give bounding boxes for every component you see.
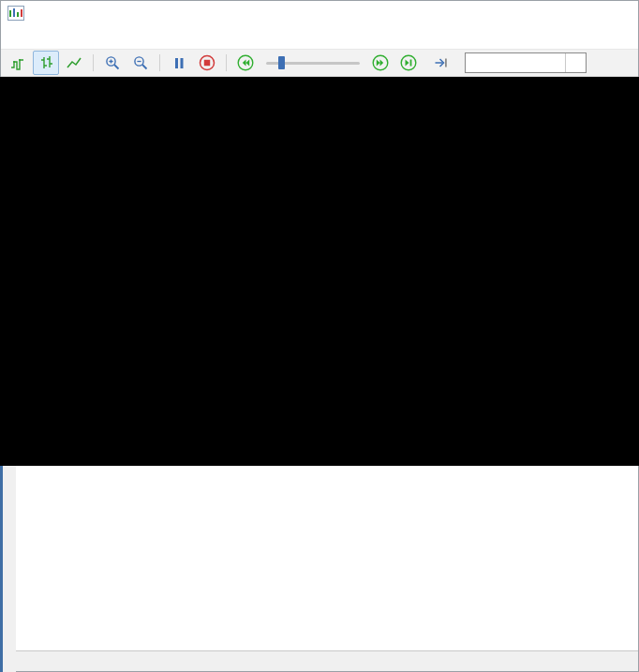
tick-chart-button[interactable] [5,51,31,75]
toolbar [0,49,639,77]
toolbox-panel [0,466,639,672]
skip-to-date-input[interactable] [466,57,565,68]
maximize-button[interactable] [557,0,598,26]
zoom-out-icon [132,54,149,71]
panel-gutter [0,466,16,672]
date-dropdown-button[interactable] [565,53,586,72]
skip-to-datebox [465,52,587,73]
close-button[interactable] [598,0,639,26]
app-icon [7,6,24,21]
candlestick-chart[interactable] [0,77,639,466]
stop-icon [198,53,216,72]
step-back-button[interactable] [232,51,259,75]
pause-button[interactable] [166,51,192,75]
bar-chart-button[interactable] [33,51,59,75]
pause-icon [171,54,187,71]
panel-empty-space [16,466,639,650]
bar-chart-icon [37,54,54,71]
skip-to-icon [433,54,450,71]
skip-end-icon [399,53,418,72]
line-chart-button[interactable] [61,51,87,75]
minimize-button[interactable] [515,0,557,26]
toolbar-separator [93,54,94,71]
title-bar [0,0,639,26]
menu-bar [0,26,639,49]
skip-to-group [433,52,587,73]
rewind-icon [236,53,255,72]
chart-area[interactable] [0,77,639,466]
zoom-out-button[interactable] [127,51,154,75]
stop-button[interactable] [194,51,220,75]
line-chart-icon [66,54,82,71]
zoom-in-icon [104,54,121,71]
speed-slider[interactable] [266,52,360,74]
strategy-tester-window [0,0,639,672]
fast-forward-icon [371,53,390,72]
toolbar-separator [226,54,227,71]
tick-chart-icon [9,54,26,71]
zoom-in-button[interactable] [99,51,126,75]
trade-panel [16,466,639,672]
fast-forward-button[interactable] [367,51,394,75]
panel-tab-bar [16,650,639,672]
slider-thumb[interactable] [278,56,285,69]
toolbar-separator [159,54,160,71]
skip-to-end-button[interactable] [395,51,422,75]
